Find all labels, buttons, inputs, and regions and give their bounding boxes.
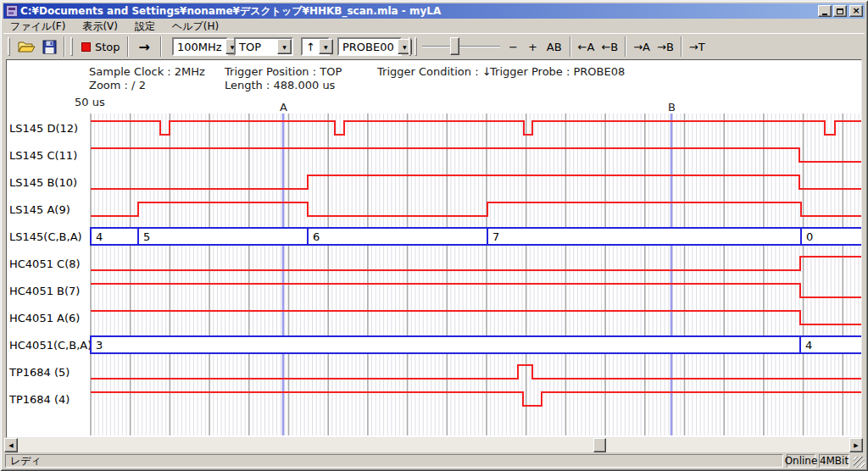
toolbar-separator: [681, 36, 682, 57]
app-icon: [6, 5, 18, 17]
scrollbar-thumb[interactable]: [593, 438, 606, 452]
digital-trace: [91, 121, 861, 135]
goto-trigger-button[interactable]: →T: [686, 36, 709, 57]
digital-trace: [91, 365, 861, 379]
probe-dropdown[interactable]: PROBE00 ▼: [337, 37, 402, 56]
zoom-slider-thumb[interactable]: [450, 37, 459, 55]
status-message: レディ: [5, 454, 783, 468]
digital-trace: [91, 148, 861, 162]
bus-segment: [487, 228, 801, 245]
trigger-position-dropdown[interactable]: TOP ▼: [234, 37, 293, 56]
run-button[interactable]: →: [132, 36, 157, 57]
maximize-icon: [837, 8, 843, 14]
status-ready-text: レディ: [10, 454, 42, 468]
save-floppy-icon: [42, 40, 57, 54]
scroll-right-icon: ▶: [854, 442, 858, 449]
horizontal-scrollbar[interactable]: ◀ ▶: [4, 438, 863, 452]
titlebar[interactable]: C:¥Documents and Settings¥noname¥デスクトップ¥…: [3, 3, 865, 19]
digital-trace: [91, 392, 861, 406]
bus-segment: [138, 228, 308, 245]
goto-marker-a-button[interactable]: ←A: [575, 36, 598, 57]
open-folder-icon: [18, 40, 36, 54]
bus-value: 0: [806, 230, 813, 243]
toolbar-separator: [160, 36, 162, 57]
resize-grip-icon[interactable]: [854, 457, 865, 468]
zoom-slider-track: [422, 46, 500, 47]
open-file-button[interactable]: [14, 36, 39, 57]
toolbar-grip[interactable]: [70, 37, 73, 56]
goto-marker-b-button[interactable]: ←B: [598, 36, 621, 57]
statusbar: レディ Online 4MBit: [3, 454, 865, 468]
toolbar: Stop → 100MHz ▼ TOP ▼ ↑ ▼ PROBE00 ▼ − +: [3, 33, 865, 59]
toolbar-grip[interactable]: [8, 37, 10, 56]
minimize-button[interactable]: [818, 5, 832, 17]
stop-icon: [81, 42, 91, 52]
online-text: Online: [785, 455, 818, 467]
toolbar-separator: [625, 36, 626, 57]
zoom-ab-button[interactable]: AB: [542, 36, 566, 57]
maximize-button[interactable]: [833, 5, 847, 17]
trigger-edge-value: ↑: [303, 41, 319, 53]
channel-label: HC4051 A(6): [9, 312, 80, 324]
toolbar-grip[interactable]: [409, 37, 411, 56]
channel-label: TP1684 (5): [8, 366, 70, 379]
close-button[interactable]: ×: [849, 5, 863, 17]
channel-label: HC4051 C(8): [9, 258, 81, 270]
channel-label: LS145 A(9): [9, 203, 70, 216]
zoom-out-button[interactable]: −: [504, 36, 523, 57]
channel-label: LS145 C(11): [9, 149, 77, 162]
waveform-view: Sample Clock : 2MHz Trigger Position : T…: [6, 59, 862, 438]
bus-value: 7: [492, 230, 499, 243]
bus-segment: [308, 228, 487, 245]
menubar: ファイル(F) 表示(V) 設定 ヘルプ(H): [3, 19, 865, 33]
set-marker-b-button[interactable]: →B: [654, 36, 677, 57]
channel-label: LS145(C,B,A): [9, 230, 82, 243]
zoom-slider[interactable]: [422, 36, 500, 57]
app-window: C:¥Documents and Settings¥noname¥デスクトップ¥…: [0, 0, 868, 471]
run-arrow-icon: →: [139, 39, 150, 55]
status-online-badge: Online: [787, 454, 815, 468]
bus-value: 3: [96, 339, 103, 352]
trigger-edge-dropdown[interactable]: ↑ ▼: [301, 37, 330, 56]
minimize-icon: [822, 14, 827, 15]
stop-button[interactable]: Stop: [78, 36, 124, 57]
channel-label: TP1684 (4): [8, 393, 70, 406]
sample-rate-dropdown[interactable]: 100MHz ▼: [172, 37, 228, 56]
digital-trace: [91, 311, 861, 324]
toolbar-separator: [64, 36, 65, 57]
menu-settings[interactable]: 設定: [129, 19, 161, 35]
window-title: C:¥Documents and Settings¥noname¥デスクトップ¥…: [20, 4, 816, 19]
bus-value: 4: [805, 339, 812, 352]
marker-b-label: B: [668, 101, 676, 114]
bus-value: 6: [313, 230, 320, 243]
probe-value: PROBE00: [339, 41, 398, 53]
scroll-left-button[interactable]: ◀: [4, 438, 18, 452]
channel-label: HC4051(C,B,A): [9, 339, 92, 352]
sample-rate-value: 100MHz: [174, 41, 225, 53]
zoom-in-button[interactable]: +: [523, 36, 542, 57]
waveform-canvas: ABLS145 D(12)LS145 C(11)LS145 B(10)LS145…: [7, 60, 861, 437]
toolbar-grip[interactable]: [415, 37, 417, 56]
channel-label: LS145 B(10): [9, 176, 77, 189]
menu-view[interactable]: 表示(V): [76, 19, 124, 35]
bus-value: 5: [143, 230, 150, 243]
dropdown-arrow-icon[interactable]: ▼: [277, 39, 292, 54]
bus-value: 4: [96, 230, 103, 243]
status-memory-badge: 4MBit: [819, 454, 849, 468]
dropdown-arrow-icon[interactable]: ▼: [319, 39, 333, 54]
channel-label: LS145 D(12): [9, 122, 78, 135]
close-icon: ×: [852, 7, 860, 15]
trigger-position-value: TOP: [236, 41, 277, 53]
digital-trace: [91, 257, 861, 270]
save-button[interactable]: [39, 36, 60, 57]
menu-file[interactable]: ファイル(F): [4, 19, 71, 35]
scroll-right-button[interactable]: ▶: [849, 438, 863, 452]
set-marker-a-button[interactable]: →A: [630, 36, 654, 57]
toolbar-separator: [127, 36, 129, 57]
digital-trace: [91, 175, 861, 189]
digital-trace: [91, 202, 861, 216]
menu-help[interactable]: ヘルプ(H): [166, 19, 225, 35]
scroll-left-icon: ◀: [8, 442, 13, 449]
digital-trace: [91, 284, 861, 297]
bus-segment: [91, 336, 800, 353]
